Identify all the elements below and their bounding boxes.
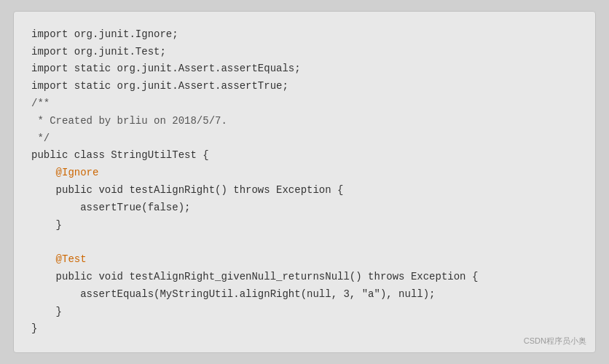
- code-block: import org.junit.Ignore; import org.juni…: [31, 26, 578, 338]
- code-container: import org.junit.Ignore; import org.juni…: [13, 11, 596, 353]
- watermark: CSDN程序员小奥: [524, 336, 586, 347]
